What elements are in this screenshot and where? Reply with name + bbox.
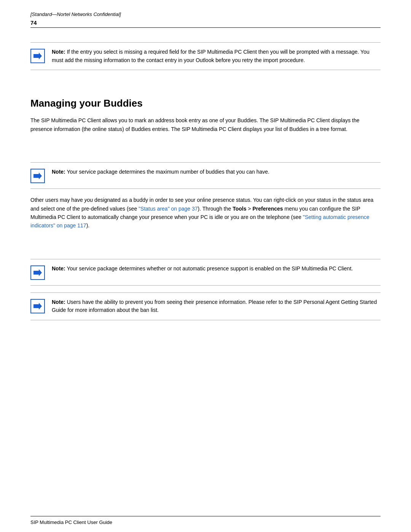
section-heading: Managing your Buddies bbox=[30, 97, 381, 109]
note-label-2: Note: bbox=[52, 169, 65, 175]
svg-marker-0 bbox=[33, 53, 42, 59]
note-content-3: Your service package determines whether … bbox=[67, 265, 353, 272]
note-label-4: Note: bbox=[52, 299, 65, 305]
page-container: [Standard—Nortel Networks Confidential] … bbox=[0, 0, 411, 532]
body-italic-you: you bbox=[84, 197, 93, 203]
note-icon-3 bbox=[30, 265, 45, 280]
body-end: ). bbox=[86, 222, 90, 228]
header-area: [Standard—Nortel Networks Confidential] … bbox=[0, 0, 411, 28]
intro-paragraph: The SIP Multimedia PC Client allows you … bbox=[30, 116, 381, 133]
note-content-4: Users have the ability to prevent you fr… bbox=[52, 299, 377, 313]
note-icon-1 bbox=[30, 49, 45, 63]
note-label-1: Note: bbox=[52, 49, 65, 55]
note-text-4: Note: Users have the ability to prevent … bbox=[52, 298, 381, 315]
tools-bold: Tools bbox=[233, 206, 246, 212]
note-box-4: Note: Users have the ability to prevent … bbox=[30, 292, 381, 320]
note-content-2: Your service package determines the maxi… bbox=[67, 169, 269, 175]
body-before-italic: Other users may have bbox=[30, 197, 84, 203]
note-text-2: Note: Your service package determines th… bbox=[52, 168, 269, 176]
footer-text: SIP Multimedia PC Client User Guide bbox=[30, 519, 381, 525]
body-middle-text: ). Through the bbox=[198, 206, 233, 212]
note-text-1: Note: If the entry you select is missing… bbox=[52, 48, 381, 64]
content-area: Note: If the entry you select is missing… bbox=[0, 28, 411, 516]
gt-text: > bbox=[246, 206, 252, 212]
svg-marker-3 bbox=[33, 303, 42, 310]
arrow-icon-3 bbox=[33, 269, 42, 276]
spacer-2 bbox=[30, 139, 381, 147]
note-text-3: Note: Your service package determines wh… bbox=[52, 265, 353, 273]
note-content-1: If the entry you select is missing a req… bbox=[52, 49, 370, 63]
note-box-1: Note: If the entry you select is missing… bbox=[30, 42, 381, 70]
arrow-icon-4 bbox=[33, 303, 42, 310]
spacer-4 bbox=[30, 235, 381, 244]
note-icon-4 bbox=[30, 299, 45, 313]
note-icon-2 bbox=[30, 169, 45, 183]
page-number: 74 bbox=[30, 19, 381, 26]
body-paragraph-links: Other users may have you designated as a… bbox=[30, 196, 381, 230]
note-label-3: Note: bbox=[52, 265, 65, 272]
link-status-area[interactable]: "Status area" on page 37 bbox=[139, 206, 198, 212]
svg-marker-2 bbox=[33, 269, 42, 276]
arrow-icon-1 bbox=[33, 53, 42, 59]
spacer-3 bbox=[30, 147, 381, 155]
confidential-label: [Standard—Nortel Networks Confidential] bbox=[30, 11, 381, 17]
preferences-bold: Preferences bbox=[252, 206, 283, 212]
svg-marker-1 bbox=[33, 173, 42, 179]
footer-area: SIP Multimedia PC Client User Guide bbox=[0, 516, 411, 532]
footer-rule bbox=[30, 516, 381, 516]
note-box-2: Note: Your service package determines th… bbox=[30, 162, 381, 189]
arrow-icon-2 bbox=[33, 173, 42, 179]
spacer-5 bbox=[30, 244, 381, 252]
spacer-1 bbox=[30, 77, 381, 85]
note-box-3: Note: Your service package determines wh… bbox=[30, 259, 381, 286]
